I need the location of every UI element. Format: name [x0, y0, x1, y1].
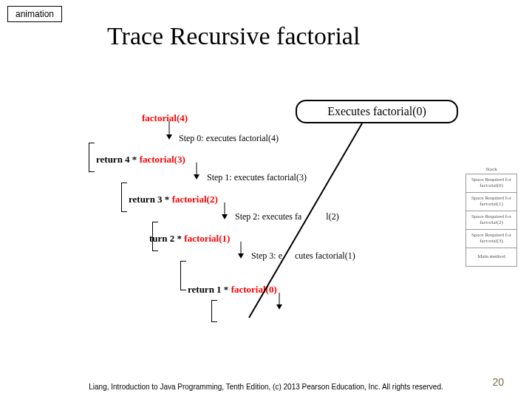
return-call-0: factorial(3)	[140, 154, 185, 165]
svg-point-13	[449, 267, 483, 354]
stack-frame: Space Required for factorial(1)	[466, 192, 517, 211]
animation-badge: animation	[7, 6, 62, 22]
arrow-down-icon	[236, 242, 245, 259]
bracket	[211, 300, 217, 322]
bracket	[121, 183, 127, 212]
callout-pointer	[248, 122, 381, 325]
svg-point-11	[423, 267, 509, 354]
return-text-3: return 1 *	[188, 284, 231, 295]
svg-line-0	[249, 123, 362, 318]
stack-diagram: Stack Space Required for factorial(0) Sp…	[466, 166, 517, 267]
return-call-2: factorial(1)	[184, 233, 230, 244]
return-call-1: factorial(2)	[172, 194, 218, 205]
svg-marker-4	[194, 174, 200, 180]
footer-text: Liang, Introduction to Java Programming,…	[0, 383, 532, 392]
arrow-down-icon	[192, 163, 201, 180]
arrow-down-icon	[165, 121, 174, 140]
stack-frame: Space Required for factorial(0)	[466, 174, 517, 193]
callout-text: Executes factorial(0)	[327, 105, 426, 118]
svg-marker-8	[238, 253, 244, 259]
svg-point-12	[423, 293, 509, 328]
return-text-1: return 3 *	[129, 194, 172, 205]
return-text-0: return 4 *	[96, 154, 140, 165]
stack-frame: Space Required for factorial(2)	[466, 211, 517, 230]
return-text-2: turn 2 *	[149, 233, 184, 244]
globe-watermark	[410, 262, 521, 358]
svg-marker-6	[222, 214, 228, 219]
stack-title: Stack	[466, 166, 517, 172]
stack-frame: Main method	[466, 248, 517, 267]
arrow-down-icon	[220, 202, 229, 220]
callout-bubble: Executes factorial(0)	[296, 100, 458, 123]
stack-frame: Space Required for factorial(3)	[466, 229, 517, 248]
svg-marker-2	[166, 134, 172, 140]
page-number: 20	[492, 376, 504, 388]
slide-title: Trace Recursive factorial	[107, 22, 360, 50]
bracket	[180, 261, 186, 290]
bracket	[89, 143, 95, 172]
